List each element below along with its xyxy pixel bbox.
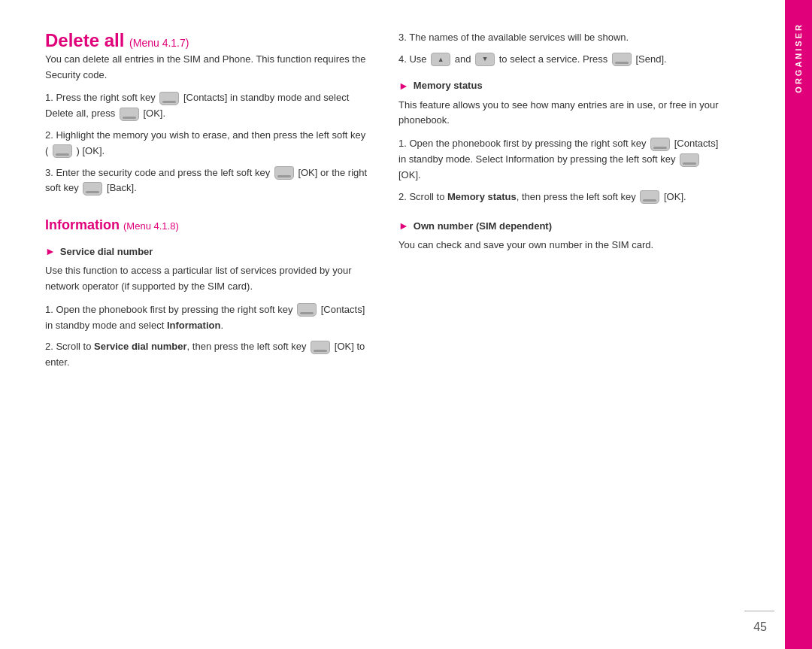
list-item: 1. Press the right soft key [Contacts] i… bbox=[45, 90, 368, 122]
left-column: Delete all (Menu 4.1.7) You can delete a… bbox=[45, 30, 368, 619]
service-dial-steps: 1. Open the phonebook first by pressing … bbox=[45, 302, 368, 371]
list-item: 4. Use and to select a service. Press [S… bbox=[398, 52, 722, 68]
list-item: 1. Open the phonebook first by pressing … bbox=[45, 302, 368, 334]
service-dial-body: Use this function to access a particular… bbox=[45, 263, 368, 295]
list-item: 3. The names of the available services w… bbox=[398, 30, 722, 46]
memory-status-steps: 1. Open the phonebook first by pressing … bbox=[398, 136, 722, 205]
delete-all-body: You can delete all entries in the SIM an… bbox=[45, 52, 368, 83]
information-header: Information (Menu 4.1.8) bbox=[45, 217, 368, 233]
soft-key-icon bbox=[159, 92, 179, 105]
soft-key-icon bbox=[120, 108, 139, 121]
nav-down-icon bbox=[475, 53, 495, 66]
list-item: 2. Highlight the memory you wish to eras… bbox=[45, 128, 368, 159]
soft-key-icon bbox=[650, 138, 670, 151]
main-content: Delete all (Menu 4.1.7) You can delete a… bbox=[0, 0, 785, 649]
delete-all-header: Delete all (Menu 4.1.7) bbox=[45, 30, 368, 52]
soft-key-icon bbox=[680, 153, 699, 167]
nav-up-icon bbox=[431, 53, 450, 66]
list-item: 3. Enter the security code and press the… bbox=[45, 165, 368, 197]
delete-all-title: Delete all (Menu 4.1.7) bbox=[45, 30, 189, 50]
own-number-section: ► Own number (SIM dependent) bbox=[398, 220, 722, 232]
right-column: 3. The names of the available services w… bbox=[398, 30, 722, 619]
soft-key-icon bbox=[53, 144, 72, 158]
list-item: 2. Scroll to Memory status, then press t… bbox=[398, 190, 722, 205]
soft-key-icon bbox=[297, 303, 317, 317]
right-top-steps: 3. The names of the available services w… bbox=[398, 30, 722, 68]
right-sidebar: ORGANISER bbox=[785, 0, 812, 649]
list-item: 2. Scroll to Service dial number, then p… bbox=[45, 339, 368, 371]
memory-status-body: This feature allows you to see how many … bbox=[398, 98, 722, 129]
memory-status-label: ► Memory status bbox=[398, 80, 722, 92]
service-dial-label: ► Service dial number bbox=[45, 245, 368, 257]
page-number: 45 bbox=[753, 620, 767, 634]
bold-text: Information bbox=[167, 320, 221, 331]
own-number-label: ► Own number (SIM dependent) bbox=[398, 220, 722, 232]
soft-key-icon bbox=[274, 166, 294, 180]
page-content: Delete all (Menu 4.1.7) You can delete a… bbox=[0, 0, 812, 649]
soft-key-icon bbox=[612, 53, 632, 66]
bold-text: Memory status bbox=[447, 191, 517, 202]
list-item: 1. Open the phonebook first by pressing … bbox=[398, 136, 722, 183]
bullet-arrow-icon: ► bbox=[398, 220, 409, 232]
bullet-arrow-icon: ► bbox=[45, 245, 56, 257]
divider bbox=[744, 611, 774, 611]
bold-text: Service dial number bbox=[94, 341, 187, 352]
service-dial-section: ► Service dial number bbox=[45, 245, 368, 257]
sidebar-label: ORGANISER bbox=[794, 23, 803, 93]
information-menu-ref: (Menu 4.1.8) bbox=[123, 220, 179, 232]
soft-key-icon bbox=[311, 341, 330, 354]
soft-key-icon bbox=[640, 190, 659, 204]
memory-status-section: ► Memory status bbox=[398, 80, 722, 92]
delete-all-menu-ref: (Menu 4.1.7) bbox=[129, 37, 189, 49]
bullet-arrow-icon: ► bbox=[398, 80, 409, 92]
own-number-body: You can check and save your own number i… bbox=[398, 238, 722, 253]
delete-all-steps: 1. Press the right soft key [Contacts] i… bbox=[45, 90, 368, 196]
soft-key-icon bbox=[83, 182, 102, 196]
